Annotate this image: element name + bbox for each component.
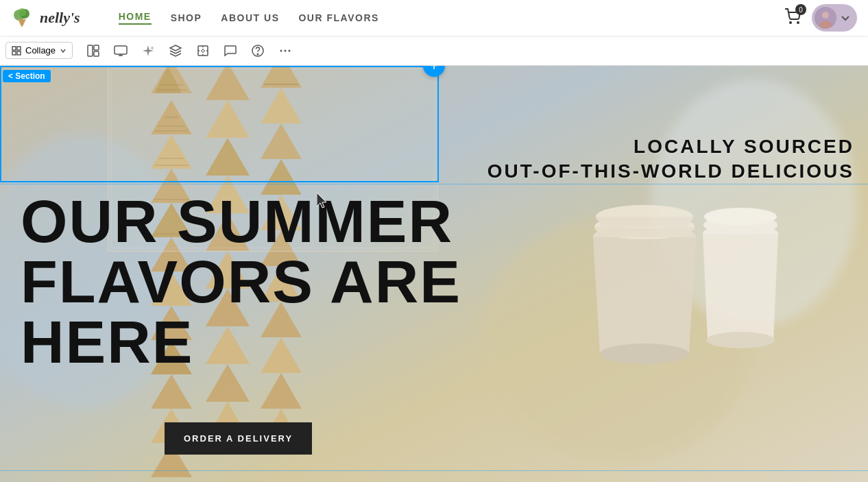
nav-shop[interactable]: SHOP bbox=[171, 12, 202, 23]
hero-headline-line3: HERE bbox=[21, 312, 461, 372]
svg-point-27 bbox=[257, 53, 258, 55]
hero-headline-line2: FLAVORS ARE bbox=[21, 252, 461, 312]
monitor-icon bbox=[114, 44, 128, 58]
nav-about[interactable]: ABOUT US bbox=[221, 12, 279, 23]
cart-count: 0 bbox=[795, 4, 806, 15]
svg-rect-16 bbox=[88, 45, 93, 56]
hero-headline: OUR SUMMER FLAVORS ARE HERE bbox=[21, 191, 461, 372]
ai-tool-button[interactable] bbox=[136, 38, 160, 63]
grid-small-icon bbox=[12, 46, 21, 56]
logo-area[interactable]: nelly's bbox=[0, 5, 91, 30]
grid-line-top bbox=[0, 184, 868, 184]
more-icon bbox=[278, 44, 292, 58]
help-icon bbox=[251, 44, 265, 58]
crop-icon bbox=[196, 44, 210, 58]
svg-point-7 bbox=[790, 22, 791, 23]
hero-taglines: LOCALLY SOURCED OUT-OF-THIS-WORLD DELICI… bbox=[487, 134, 854, 184]
order-delivery-button[interactable]: ORDER A DELIVERY bbox=[165, 422, 312, 455]
hero-headline-line1: OUR SUMMER bbox=[21, 191, 461, 252]
more-options-button[interactable] bbox=[273, 38, 298, 63]
layers-icon bbox=[169, 44, 182, 58]
svg-rect-12 bbox=[12, 47, 16, 50]
avatar-icon bbox=[815, 7, 836, 29]
layers-tool-button[interactable] bbox=[163, 38, 188, 63]
preview-tool-button[interactable] bbox=[108, 38, 133, 63]
svg-point-2 bbox=[18, 8, 26, 16]
cart-button[interactable]: 0 bbox=[782, 5, 804, 30]
layout-icon bbox=[86, 44, 100, 58]
nav-flavors[interactable]: OUR FLAVORS bbox=[298, 12, 378, 23]
tagline-line-1: LOCALLY SOURCED bbox=[487, 134, 854, 159]
svg-rect-13 bbox=[17, 47, 21, 50]
toolbar-left: nelly's HOME SHOP ABOUT US OUR FLAVORS bbox=[0, 5, 407, 30]
svg-point-11 bbox=[819, 21, 832, 29]
chevron-down-icon bbox=[841, 13, 850, 23]
svg-point-29 bbox=[285, 49, 287, 51]
nav-home[interactable]: HOME bbox=[119, 11, 152, 25]
svg-rect-17 bbox=[94, 45, 99, 50]
crop-tool-button[interactable] bbox=[191, 38, 215, 63]
svg-rect-15 bbox=[17, 51, 21, 55]
grid-line-bottom bbox=[0, 470, 868, 471]
svg-rect-14 bbox=[12, 51, 16, 55]
edit-toolbar: Collage bbox=[0, 36, 868, 66]
comment-icon bbox=[224, 44, 237, 58]
svg-rect-19 bbox=[114, 46, 127, 54]
main-nav: HOME SHOP ABOUT US OUR FLAVORS bbox=[91, 11, 407, 25]
svg-point-28 bbox=[280, 49, 282, 51]
logo-text: nelly's bbox=[40, 9, 80, 27]
user-menu-button[interactable] bbox=[812, 4, 857, 32]
svg-point-30 bbox=[289, 49, 291, 51]
svg-marker-22 bbox=[170, 45, 181, 51]
collage-label: Collage bbox=[25, 45, 56, 56]
top-navbar: nelly's HOME SHOP ABOUT US OUR FLAVORS 0 bbox=[0, 0, 868, 36]
collage-select[interactable]: Collage bbox=[5, 42, 73, 59]
logo-icon bbox=[11, 5, 36, 30]
tagline-line-2: OUT-OF-THIS-WORLD DELICIOUS bbox=[487, 159, 854, 184]
svg-rect-23 bbox=[198, 46, 208, 56]
section-badge[interactable]: Section bbox=[3, 70, 51, 82]
toolbar-right: 0 bbox=[771, 4, 868, 32]
main-content: Section + LOCALLY SOURCED OUT-OF-THIS-WO… bbox=[0, 66, 868, 482]
svg-rect-18 bbox=[94, 51, 99, 56]
comment-tool-button[interactable] bbox=[218, 38, 243, 63]
ai-sparkle-icon bbox=[141, 44, 155, 58]
hero-section: Section + LOCALLY SOURCED OUT-OF-THIS-WO… bbox=[0, 66, 868, 482]
help-tool-button[interactable] bbox=[245, 38, 270, 63]
user-avatar bbox=[815, 7, 836, 29]
svg-point-8 bbox=[797, 22, 799, 23]
svg-point-10 bbox=[822, 12, 829, 19]
dropdown-icon bbox=[60, 47, 67, 54]
layout-tool-button[interactable] bbox=[81, 38, 106, 63]
